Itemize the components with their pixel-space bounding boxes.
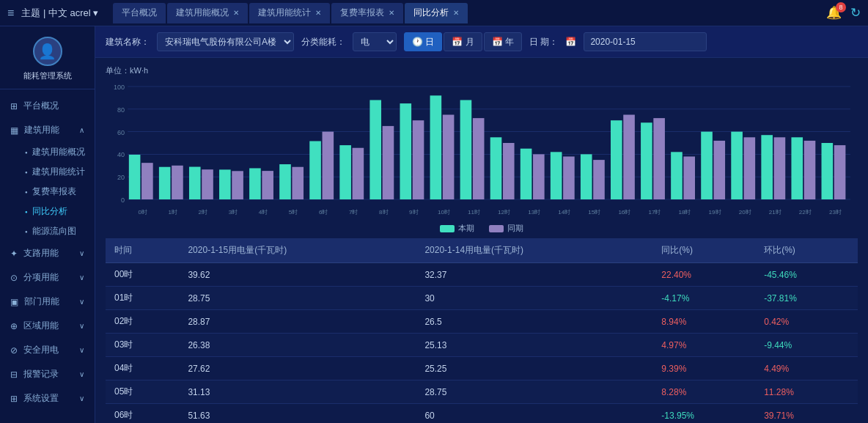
date-input[interactable] bbox=[584, 32, 707, 51]
table-row: 02时28.8726.58.94%0.42% bbox=[106, 310, 858, 334]
date-btn-group: 🕐 日 📅 月 📅 年 bbox=[404, 32, 522, 51]
svg-rect-20 bbox=[369, 100, 381, 199]
tab-close[interactable]: ✕ bbox=[389, 9, 394, 17]
svg-text:0: 0 bbox=[121, 196, 125, 204]
table-body: 00时39.6232.3722.40%-45.46%01时28.7530-4.1… bbox=[106, 263, 858, 424]
tab-close[interactable]: ✕ bbox=[233, 9, 239, 17]
sidebar: 👤 能耗管理系统 ⊞ 平台概况 ▦ 建筑用能 ∧ 建筑用能概况 建筑用能统计 bbox=[0, 26, 95, 423]
hamburger-icon[interactable]: ≡ bbox=[7, 7, 14, 20]
svg-text:5时: 5时 bbox=[289, 209, 298, 216]
table-header-2020-1-14用电量(千瓦时): 2020-1-14用电量(千瓦时) bbox=[416, 238, 652, 263]
cell-4-2: 25.25 bbox=[416, 357, 652, 380]
branch-arrow: ∨ bbox=[79, 249, 84, 257]
sidebar-item-branch[interactable]: ✦ 支路用能 ∨ bbox=[0, 241, 95, 265]
sidebar-item-region[interactable]: ⊕ 区域用能 ∨ bbox=[0, 314, 95, 338]
month-btn[interactable]: 📅 月 bbox=[444, 32, 482, 51]
sidebar-item-dept[interactable]: ▣ 部门用能 ∨ bbox=[0, 290, 95, 314]
notification-icon[interactable]: 🔔 8 bbox=[826, 5, 842, 21]
svg-rect-43 bbox=[353, 148, 364, 199]
sidebar-sub-item-compare[interactable]: 同比分析 bbox=[15, 202, 95, 221]
sidebar-sub-item-flow[interactable]: 能源流向图 bbox=[15, 221, 95, 241]
chart-legend: 本期 同期 bbox=[106, 223, 858, 234]
legend-prev: 同期 bbox=[489, 223, 523, 234]
svg-text:8时: 8时 bbox=[379, 209, 389, 216]
svg-text:13时: 13时 bbox=[528, 209, 540, 216]
tab-同比分析[interactable]: 同比分析✕ bbox=[405, 3, 468, 23]
sidebar-item-alarm[interactable]: ⊟ 报警记录 ∨ bbox=[0, 362, 95, 386]
svg-rect-46 bbox=[443, 115, 455, 200]
svg-rect-14 bbox=[189, 167, 201, 199]
svg-rect-31 bbox=[701, 132, 713, 199]
svg-rect-48 bbox=[503, 143, 515, 199]
sidebar-sub-item-overview[interactable]: 建筑用能概况 bbox=[15, 142, 95, 162]
chart-area: 单位：kW·h 0204060801000时1时2时3时4时5时6时7时8时9时… bbox=[95, 58, 868, 238]
safety-icon: ⊘ bbox=[10, 345, 18, 356]
svg-rect-56 bbox=[744, 137, 756, 199]
legend-label-current: 本期 bbox=[458, 223, 474, 234]
date-label: 日 期： bbox=[529, 36, 558, 48]
sidebar-label-alarm: 报警记录 bbox=[23, 368, 73, 380]
sidebar-item-building[interactable]: ▦ 建筑用能 ∧ bbox=[0, 118, 95, 142]
year-btn[interactable]: 📅 年 bbox=[484, 32, 522, 51]
table-row: 04时27.6225.259.39%4.49% bbox=[106, 357, 858, 380]
cell-0-3: 22.40% bbox=[652, 263, 755, 287]
svg-text:19时: 19时 bbox=[709, 209, 721, 216]
tab-bar: 平台概况建筑用能概况✕建筑用能统计✕复费率报表✕同比分析✕ bbox=[113, 3, 826, 23]
tab-label: 平台概况 bbox=[122, 7, 157, 19]
svg-rect-45 bbox=[413, 120, 424, 199]
branch-icon: ✦ bbox=[10, 249, 18, 259]
svg-rect-32 bbox=[731, 132, 743, 199]
tab-平台概况[interactable]: 平台概况 bbox=[113, 3, 166, 23]
tab-建筑用能统计[interactable]: 建筑用能统计✕ bbox=[249, 3, 330, 23]
svg-text:14时: 14时 bbox=[558, 209, 570, 216]
cell-1-0: 01时 bbox=[106, 287, 179, 310]
category-label: 分类能耗： bbox=[301, 36, 345, 48]
cell-0-1: 39.62 bbox=[179, 263, 416, 287]
svg-text:17时: 17时 bbox=[648, 209, 661, 216]
svg-rect-15 bbox=[219, 169, 231, 199]
sidebar-item-subitem[interactable]: ⊙ 分项用能 ∨ bbox=[0, 265, 95, 290]
tab-close[interactable]: ✕ bbox=[315, 9, 321, 17]
tab-复费率报表[interactable]: 复费率报表✕ bbox=[331, 3, 403, 23]
tab-建筑用能概况[interactable]: 建筑用能概况✕ bbox=[167, 3, 248, 23]
tab-close[interactable]: ✕ bbox=[453, 9, 459, 17]
svg-rect-30 bbox=[671, 152, 683, 199]
tab-label: 建筑用能统计 bbox=[258, 7, 311, 19]
sidebar-label-safety: 安全用电 bbox=[23, 344, 73, 356]
svg-rect-28 bbox=[611, 120, 622, 199]
svg-rect-39 bbox=[232, 171, 243, 199]
notif-badge: 8 bbox=[836, 2, 846, 12]
svg-rect-12 bbox=[129, 155, 141, 199]
refresh-icon[interactable]: ↻ bbox=[850, 5, 861, 21]
sidebar-item-safety[interactable]: ⊘ 安全用电 ∨ bbox=[0, 338, 95, 362]
region-arrow: ∨ bbox=[79, 322, 84, 330]
dept-icon: ▣ bbox=[10, 297, 18, 307]
legend-current: 本期 bbox=[440, 223, 474, 234]
cell-2-0: 02时 bbox=[106, 310, 179, 334]
sidebar-item-settings[interactable]: ⊞ 系统设置 ∨ bbox=[0, 386, 95, 411]
sidebar-item-platform[interactable]: ⊞ 平台概况 bbox=[0, 94, 95, 118]
sidebar-sub-building: 建筑用能概况 建筑用能统计 复费率报表 同比分析 能源流向图 bbox=[0, 142, 95, 241]
svg-rect-22 bbox=[430, 95, 442, 199]
svg-rect-13 bbox=[159, 167, 171, 199]
svg-text:80: 80 bbox=[117, 106, 125, 114]
legend-color-prev bbox=[489, 225, 504, 232]
svg-text:21时: 21时 bbox=[769, 209, 781, 216]
building-icon: ▦ bbox=[10, 125, 18, 136]
table-row: 06时51.6360-13.95%39.71% bbox=[106, 404, 858, 424]
top-nav: ≡ 主题 | 中文 acrel ▾ 平台概况建筑用能概况✕建筑用能统计✕复费率报… bbox=[0, 0, 868, 26]
svg-text:6时: 6时 bbox=[319, 209, 328, 216]
building-select[interactable]: 安科瑞电气股份有限公司A楼 bbox=[157, 32, 294, 51]
arrow-icon: ∧ bbox=[79, 126, 84, 134]
svg-rect-53 bbox=[653, 118, 665, 199]
cell-3-2: 25.13 bbox=[416, 334, 652, 357]
sidebar-sub-item-rate[interactable]: 复费率报表 bbox=[15, 182, 95, 202]
svg-text:1时: 1时 bbox=[169, 209, 178, 216]
category-select[interactable]: 电 bbox=[353, 32, 397, 51]
settings-arrow: ∨ bbox=[79, 394, 84, 402]
day-btn[interactable]: 🕐 日 bbox=[404, 32, 442, 51]
sidebar-sub-item-stats[interactable]: 建筑用能统计 bbox=[15, 162, 95, 182]
cell-2-2: 26.5 bbox=[416, 310, 652, 334]
legend-color-current bbox=[440, 225, 455, 232]
svg-rect-49 bbox=[533, 154, 545, 199]
